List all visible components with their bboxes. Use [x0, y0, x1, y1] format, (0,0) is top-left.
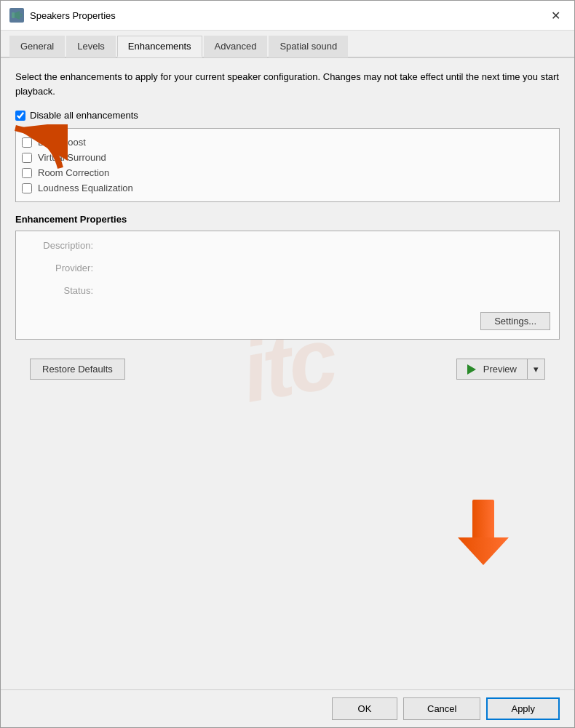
enhancement-bass-boost: Bass Boost: [22, 135, 553, 150]
bottom-toolbar: Restore Defaults Preview ▾: [15, 351, 560, 387]
close-button[interactable]: ✕: [545, 7, 566, 24]
status-row: Status:: [28, 285, 547, 296]
settings-button[interactable]: Settings...: [480, 312, 550, 330]
enhancement-room-correction: Room Correction: [22, 165, 553, 180]
svg-marker-1: [15, 11, 20, 20]
provider-row: Provider:: [28, 263, 547, 273]
restore-defaults-button[interactable]: Restore Defaults: [30, 359, 125, 380]
enhancements-list: Bass Boost Virtual Surround Room Correct…: [15, 128, 560, 202]
cancel-button[interactable]: Cancel: [403, 697, 480, 720]
tab-enhancements[interactable]: Enhancements: [117, 36, 202, 57]
title-bar: Speakers Properties ✕: [1, 1, 574, 31]
properties-title: Enhancement Properties: [15, 214, 560, 225]
tab-spatial-sound[interactable]: Spatial sound: [269, 36, 348, 57]
loudness-eq-label[interactable]: Loudness Equalization: [38, 183, 133, 193]
tab-bar: General Levels Enhancements Advanced Spa…: [1, 31, 574, 58]
enhancement-loudness-eq: Loudness Equalization: [22, 180, 553, 196]
disable-all-checkbox[interactable]: [15, 111, 25, 121]
status-label: Status:: [28, 285, 93, 296]
preview-button[interactable]: Preview: [456, 359, 527, 380]
description-text: Select the enhancements to apply for you…: [15, 70, 560, 98]
main-content: Select the enhancements to apply for you…: [1, 58, 574, 689]
ok-button[interactable]: OK: [332, 697, 397, 720]
app-icon: [9, 8, 24, 23]
preview-label: Preview: [483, 364, 517, 375]
svg-rect-0: [12, 12, 15, 18]
loudness-eq-checkbox[interactable]: [22, 183, 32, 193]
arrow-annotation: [9, 124, 68, 177]
preview-group: Preview ▾: [456, 359, 545, 380]
apply-button[interactable]: Apply: [486, 697, 560, 720]
description-label: Description:: [28, 240, 93, 251]
tab-levels[interactable]: Levels: [66, 36, 116, 57]
speakers-properties-dialog: itc Speakers Properties ✕ General Levels…: [0, 0, 575, 728]
dialog-footer: OK Cancel Apply: [1, 689, 574, 727]
svg-rect-4: [472, 500, 494, 540]
down-arrow-icon: [458, 500, 509, 565]
dialog-title: Speakers Properties: [30, 10, 545, 21]
tab-advanced[interactable]: Advanced: [204, 36, 268, 57]
disable-all-row: Disable all enhancements: [15, 110, 560, 121]
description-row: Description:: [28, 240, 547, 251]
disable-all-label[interactable]: Disable all enhancements: [30, 110, 138, 121]
enhancement-properties-section: Enhancement Properties Description: Prov…: [15, 214, 560, 340]
svg-rect-2: [20, 14, 22, 17]
properties-box: Description: Provider: Status: Settings.…: [15, 231, 560, 340]
down-arrow-area: [15, 387, 560, 678]
play-icon: [467, 364, 476, 375]
preview-dropdown-button[interactable]: ▾: [527, 359, 545, 380]
tab-general[interactable]: General: [9, 36, 65, 57]
provider-label: Provider:: [28, 263, 93, 273]
enhancement-virtual-surround: Virtual Surround: [22, 150, 553, 165]
svg-marker-5: [458, 537, 509, 565]
